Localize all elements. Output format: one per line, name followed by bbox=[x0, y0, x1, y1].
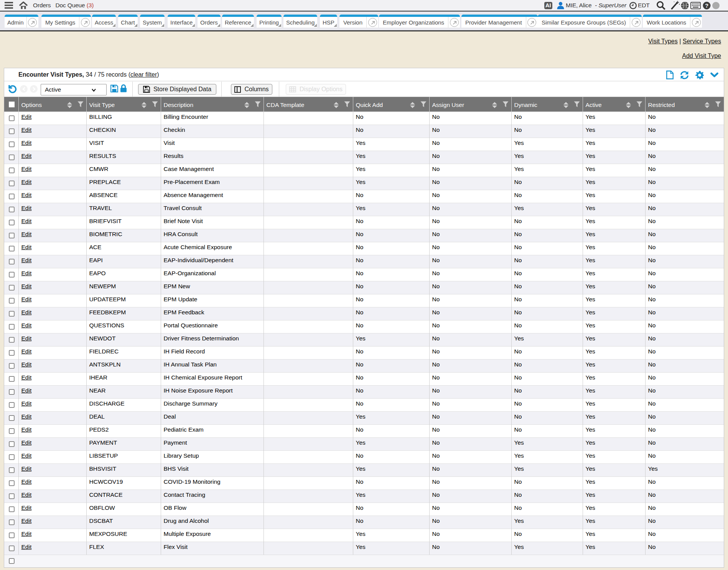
svg-text:?: ? bbox=[705, 2, 708, 8]
